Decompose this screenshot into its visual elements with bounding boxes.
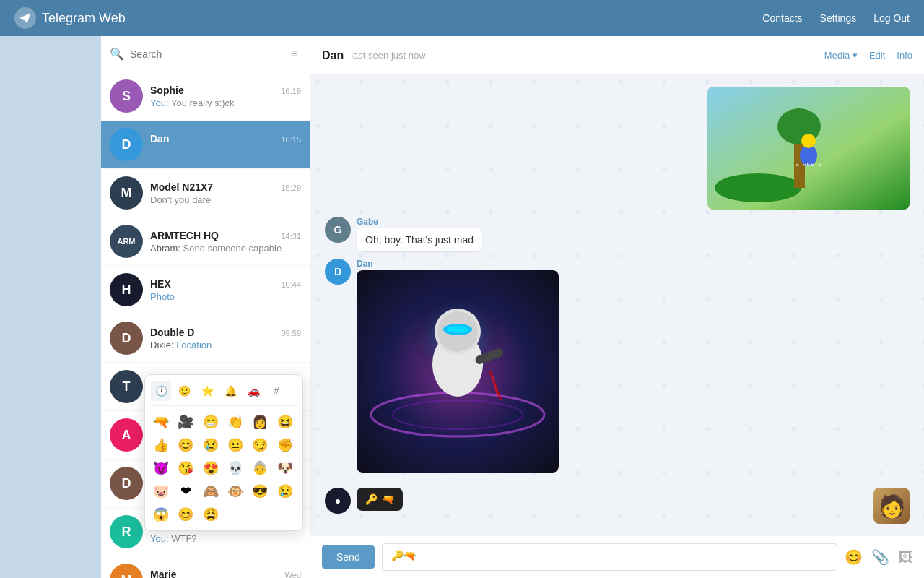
chat-contact-name: Dan <box>322 49 344 62</box>
search-input[interactable] <box>130 48 282 60</box>
chat-item-armtech[interactable]: ARM ARMTECH HQ 14:31 Abram: Send someone… <box>101 217 310 266</box>
avatar-rick: R <box>110 515 143 548</box>
chat-name-dan: Dan <box>150 133 169 144</box>
emoji-thumbs-up[interactable]: 👍 <box>151 435 171 455</box>
emoji-tired[interactable]: 😩 <box>201 504 221 525</box>
emoji-gun[interactable]: 🔫 <box>151 412 171 432</box>
message-input[interactable] <box>382 543 837 571</box>
chat-name-marie: Marie <box>150 569 177 579</box>
chat-item-sophie[interactable]: S Sophie 16:19 You: You really s:)ck <box>101 72 310 121</box>
svg-point-2 <box>715 173 801 202</box>
chat-item-doubled[interactable]: D Double D 09:59 Dixie: Location <box>101 314 310 363</box>
svg-point-7 <box>801 134 816 148</box>
avatar-turk: T <box>110 370 143 403</box>
emoji-devil[interactable]: 😈 <box>151 458 171 478</box>
chat-item-dan[interactable]: D Dan 16:15 Photo <box>101 121 310 169</box>
emoji-sunglasses[interactable]: 😎 <box>250 481 270 501</box>
emoji-dog[interactable]: 🐶 <box>275 458 295 478</box>
emoji-smile[interactable]: 😊 <box>175 435 196 455</box>
send-button[interactable]: Send <box>322 545 375 569</box>
chat-time-sophie: 16:19 <box>281 87 301 95</box>
chat-name-armtech: ARMTECH HQ <box>150 230 219 241</box>
chat-preview-rick: You: WTF? <box>150 533 301 544</box>
emoji-laugh[interactable]: 😆 <box>275 412 295 432</box>
chat-info-dan: Dan 16:15 Photo <box>150 133 301 157</box>
chat-preview-armtech: Abram: Send someone capable <box>150 243 301 254</box>
avatar-doubled: D <box>110 322 143 355</box>
attach-button[interactable]: 📎 <box>871 548 889 566</box>
emoji-monkey[interactable]: 🐵 <box>225 481 245 501</box>
logout-link[interactable]: Log Out <box>873 12 910 24</box>
emoji-tab-smileys[interactable]: 🙂 <box>174 381 194 401</box>
avatar-sophie: S <box>110 79 143 113</box>
settings-link[interactable]: Settings <box>820 12 857 24</box>
emoji-heart-eyes[interactable]: 😍 <box>201 458 221 478</box>
svg-point-17 <box>447 326 468 333</box>
emoji-button[interactable]: 😊 <box>845 548 863 566</box>
emoji-camera[interactable]: 🎥 <box>175 412 196 432</box>
emoji-monkey-see-no[interactable]: 🙈 <box>201 481 221 501</box>
chat-time-dan: 16:15 <box>281 135 301 144</box>
info-button[interactable]: Info <box>897 50 912 61</box>
chat-time-armtech: 14:31 <box>281 232 301 241</box>
avatar-dan-msg: D <box>325 259 351 285</box>
emoji-sad-cry[interactable]: 😢 <box>275 481 295 501</box>
chat-info-hex: HEX 10:44 Photo <box>150 278 301 302</box>
chat-preview-sophie: You: You really s:)ck <box>150 98 301 108</box>
emoji-neutral[interactable]: 😐 <box>225 435 245 455</box>
photo-button[interactable]: 🖼 <box>898 549 912 566</box>
emoji-smirk[interactable]: 😏 <box>250 435 270 455</box>
masked-bubble: 🔑🔫 <box>357 488 403 511</box>
message-group-dan-img: D Dan <box>325 259 910 473</box>
emoji-heart[interactable]: ❤ <box>175 481 196 501</box>
chat-name-hex: HEX <box>150 278 171 290</box>
emoji-fist[interactable]: ✊ <box>275 435 295 455</box>
emoji-old-woman[interactable]: 👵 <box>250 458 270 478</box>
search-bar: 🔍 ≡ <box>101 36 310 72</box>
emoji-picker: 🕐 🙂 ⭐ 🔔 🚗 # 🔫 🎥 😁 👏 👩 😆 👍 😊 😢 😐 😏 ✊ <box>144 374 303 531</box>
avatar-armtech: ARM <box>110 225 143 258</box>
emoji-tab-stars[interactable]: ⭐ <box>197 381 217 401</box>
chat-item-marie[interactable]: M Marie Wed $ 16-19 bln? Deal. <box>101 556 310 578</box>
emoji-tab-recent[interactable]: 🕐 <box>151 381 171 401</box>
chat-info-model: Model N21X7 15:29 Don't you dare <box>150 181 301 205</box>
emoji-tab-alerts[interactable]: 🔔 <box>220 381 240 401</box>
avatar-marie: M <box>110 564 143 578</box>
emoji-skull[interactable]: 💀 <box>225 458 245 478</box>
chat-name-doubled: Double D <box>150 327 194 338</box>
right-thumbnail: 🧑 <box>873 488 910 524</box>
emoji-scream[interactable]: 😱 <box>151 504 171 525</box>
message-image-2 <box>357 270 559 473</box>
emoji-pig[interactable]: 🐷 <box>151 481 171 501</box>
search-icon: 🔍 <box>110 47 124 61</box>
chat-name-model: Model N21X7 <box>150 181 213 193</box>
contacts-link[interactable]: Contacts <box>762 12 802 24</box>
emoji-relieved[interactable]: 😊 <box>175 504 196 525</box>
sender-gabe: Gabe <box>357 217 482 227</box>
media-button[interactable]: Media ▾ <box>824 50 858 61</box>
messages-area: STREETS G Gabe Oh, boy. That's just mad … <box>310 75 924 535</box>
chat-time-model: 15:29 <box>281 184 301 192</box>
navbar-actions: Contacts Settings Log Out <box>762 12 910 24</box>
avatar-masked: ● <box>325 488 351 514</box>
emoji-cry[interactable]: 😢 <box>201 435 221 455</box>
emoji-tab-vehicles[interactable]: 🚗 <box>243 381 263 401</box>
chat-info-sophie: Sophie 16:19 You: You really s:)ck <box>150 85 301 108</box>
telegram-icon <box>14 7 36 29</box>
chat-header: Dan last seen just now Media ▾ Edit Info <box>310 36 924 75</box>
sender-dan: Dan <box>357 259 559 269</box>
emoji-kiss[interactable]: 😘 <box>175 458 196 478</box>
emoji-grin[interactable]: 😁 <box>201 412 221 432</box>
svg-text:STREETS: STREETS <box>796 161 822 168</box>
game-art-svg-2 <box>357 270 559 473</box>
emoji-clap[interactable]: 👏 <box>225 412 245 432</box>
menu-icon[interactable]: ≡ <box>287 43 301 64</box>
chat-item-hex[interactable]: H HEX 10:44 Photo <box>101 266 310 314</box>
chat-info-armtech: ARMTECH HQ 14:31 Abram: Send someone cap… <box>150 230 301 254</box>
emoji-tab-hash[interactable]: # <box>266 381 287 401</box>
edit-button[interactable]: Edit <box>869 50 885 61</box>
chat-header-actions: Media ▾ Edit Info <box>824 50 912 61</box>
message-content-gabe: Gabe Oh, boy. That's just mad <box>357 217 482 251</box>
emoji-woman[interactable]: 👩 <box>250 412 270 432</box>
chat-item-model[interactable]: M Model N21X7 15:29 Don't you dare <box>101 169 310 217</box>
